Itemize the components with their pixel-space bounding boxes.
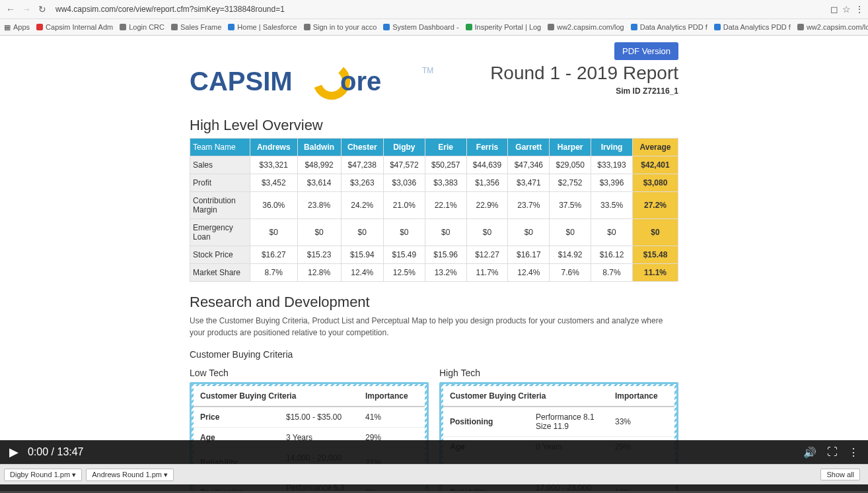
rnd-description: Use the Customer Buying Criteria, Produc… bbox=[190, 315, 678, 339]
cell: 23.8% bbox=[297, 192, 341, 219]
cell: 24.2% bbox=[341, 192, 383, 219]
criteria-name: Positioning bbox=[443, 407, 529, 437]
cell: $16.12 bbox=[591, 246, 633, 264]
criteria-row: PositioningPerformance 8.1 Size 11.933% bbox=[443, 407, 674, 437]
cbc-heading: Customer Buying Criteria bbox=[190, 349, 678, 360]
favicon-icon bbox=[228, 24, 235, 30]
cell: $15.49 bbox=[383, 246, 425, 264]
cell: 11.7% bbox=[466, 264, 508, 282]
svg-text:TM: TM bbox=[422, 66, 433, 75]
cell: $1,356 bbox=[466, 174, 508, 192]
bookmark-item[interactable]: Insperity Portal | Log bbox=[466, 23, 542, 31]
cell: $47,572 bbox=[383, 156, 425, 174]
video-menu-icon[interactable]: ⋮ bbox=[848, 446, 859, 459]
row-label: Emergency Loan bbox=[190, 219, 250, 246]
row-label: Profit bbox=[190, 174, 250, 192]
bookmark-item[interactable]: Data Analytics PDD f bbox=[714, 23, 791, 31]
favicon-icon bbox=[120, 24, 126, 30]
cell: 36.0% bbox=[250, 192, 298, 219]
favicon-icon bbox=[631, 24, 637, 30]
table-row: Stock Price$16.27$15.23$15.94$15.49$15.9… bbox=[190, 246, 678, 264]
row-label: Stock Price bbox=[190, 246, 250, 264]
criteria-importance: 41% bbox=[359, 407, 425, 428]
favicon-icon bbox=[714, 24, 721, 30]
bookmark-item[interactable]: System Dashboard - bbox=[383, 23, 458, 31]
apps-icon: ▦ bbox=[4, 23, 11, 32]
reload-icon[interactable]: ↻ bbox=[36, 3, 49, 16]
volume-icon[interactable]: 🔊 bbox=[803, 446, 816, 459]
table-row: Contribution Margin36.0%23.8%24.2%21.0%2… bbox=[190, 192, 678, 219]
url-field[interactable]: ww4.capsim.com/core/view/report.cfm?simK… bbox=[52, 5, 830, 14]
show-all-downloads-button[interactable]: Show all bbox=[820, 469, 860, 480]
bookmark-item[interactable]: Data Analytics PDD f bbox=[631, 23, 707, 31]
favicon-icon bbox=[797, 24, 804, 30]
criteria-name: Price bbox=[194, 407, 279, 428]
bookmark-label: Sales Frame bbox=[180, 23, 221, 31]
capsimcore-logo: CAPSIM ore TM bbox=[190, 63, 441, 105]
overview-col-header: Baldwin bbox=[297, 139, 341, 156]
section-title-overview: High Level Overview bbox=[190, 117, 678, 134]
cell: 13.2% bbox=[425, 264, 466, 282]
menu-icon[interactable]: ⋮ bbox=[855, 4, 864, 15]
back-icon[interactable]: ← bbox=[4, 3, 17, 16]
cell: 33.5% bbox=[591, 192, 633, 219]
download-item[interactable]: Digby Round 1.pm ▾ bbox=[4, 469, 82, 481]
play-icon[interactable]: ▶ bbox=[9, 445, 18, 459]
cell: $3,036 bbox=[383, 174, 425, 192]
cell: $48,992 bbox=[297, 156, 341, 174]
avg-cell: $42,401 bbox=[633, 156, 678, 174]
overview-col-header: Irving bbox=[591, 139, 633, 156]
cell: $3,452 bbox=[250, 174, 298, 192]
extension-icon[interactable]: ◻ bbox=[830, 4, 838, 15]
bookmark-label: Home | Salesforce bbox=[237, 23, 297, 31]
cell: 12.5% bbox=[383, 264, 425, 282]
cell: $3,614 bbox=[297, 174, 341, 192]
criteria-header: Customer Buying Criteria bbox=[443, 386, 608, 407]
round-title: Round 1 - 2019 Report bbox=[490, 63, 678, 84]
cell: $15.94 bbox=[341, 246, 383, 264]
video-controls-overlay: ▶ 0:00 / 13:47 🔊 ⛶ ⋮ Digby Round 1.pm ▾A… bbox=[0, 440, 868, 493]
bookmark-item[interactable]: Sales Frame bbox=[171, 23, 221, 31]
criteria-value: Performance 8.1 Size 11.9 bbox=[529, 407, 608, 437]
cell: $3,383 bbox=[425, 174, 466, 192]
chevron-down-icon: ▾ bbox=[164, 471, 168, 478]
forward-icon[interactable]: → bbox=[20, 3, 33, 16]
bookmark-item[interactable]: Home | Salesforce bbox=[228, 23, 297, 31]
favicon-icon bbox=[304, 24, 310, 30]
row-label: Sales bbox=[190, 156, 250, 174]
favicon-icon bbox=[548, 24, 554, 30]
table-row: Emergency Loan$0$0$0$0$0$0$0$0$0$0 bbox=[190, 219, 678, 246]
cell: $47,238 bbox=[341, 156, 383, 174]
cell: $16.27 bbox=[250, 246, 298, 264]
bookmark-item[interactable]: Capsim Internal Adm bbox=[36, 23, 113, 31]
bookmark-item[interactable]: ww2.capsim.com/log bbox=[797, 23, 868, 31]
bookmark-item[interactable]: Sign in to your acco bbox=[304, 23, 377, 31]
bookmark-label: ww2.capsim.com/log bbox=[807, 23, 868, 31]
pdf-version-button[interactable]: PDF Version bbox=[614, 42, 678, 60]
cell: $2,752 bbox=[550, 174, 591, 192]
svg-text:ore: ore bbox=[340, 67, 381, 96]
overview-table: Team NameAndrewsBaldwinChesterDigbyErieF… bbox=[190, 138, 678, 282]
bookmark-label: Insperity Portal | Log bbox=[475, 23, 542, 31]
cell: 37.5% bbox=[550, 192, 591, 219]
fullscreen-icon[interactable]: ⛶ bbox=[827, 446, 838, 458]
cell: 12.4% bbox=[508, 264, 550, 282]
section-title-rnd: Research and Development bbox=[190, 294, 678, 311]
criteria-value: $15.00 - $35.00 bbox=[279, 407, 359, 428]
cell: $3,471 bbox=[508, 174, 550, 192]
download-item[interactable]: Andrews Round 1.pm ▾ bbox=[86, 469, 174, 481]
row-label: Contribution Margin bbox=[190, 192, 250, 219]
cell: $0 bbox=[297, 219, 341, 246]
cell: 8.7% bbox=[250, 264, 298, 282]
star-icon[interactable]: ☆ bbox=[842, 4, 851, 15]
download-shelf: Digby Round 1.pm ▾Andrews Round 1.pm ▾ S… bbox=[0, 464, 868, 484]
cell: $0 bbox=[250, 219, 298, 246]
criteria-header: Customer Buying Criteria bbox=[194, 386, 359, 407]
bookmark-item[interactable]: Login CRC bbox=[120, 23, 164, 31]
favicon-icon bbox=[36, 24, 43, 30]
favicon-icon bbox=[171, 24, 178, 30]
importance-header: Importance bbox=[359, 386, 425, 407]
table-row: Market Share8.7%12.8%12.4%12.5%13.2%11.7… bbox=[190, 264, 678, 282]
bookmark-item[interactable]: ww2.capsim.com/log bbox=[548, 23, 624, 31]
apps-button[interactable]: ▦ Apps bbox=[4, 23, 30, 32]
